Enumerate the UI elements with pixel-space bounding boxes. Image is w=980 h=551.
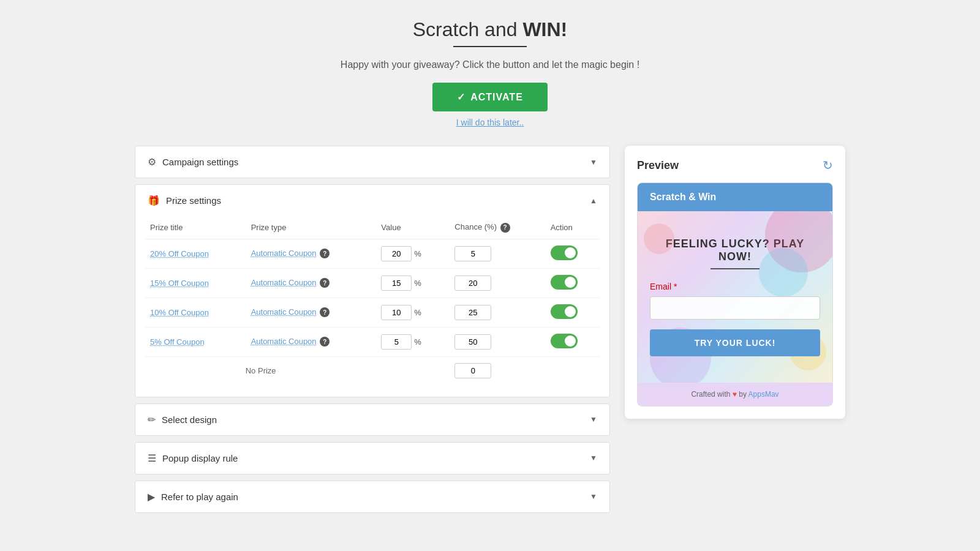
title-underline	[453, 46, 527, 47]
refer-to-play-icon: ▶	[148, 491, 155, 503]
prize-settings-chevron: ▲	[590, 197, 597, 205]
prize-title-link-3[interactable]: 10% Off Coupon	[150, 308, 209, 317]
prize-type-link-3[interactable]: Automatic Coupon	[251, 307, 317, 317]
brand-link[interactable]: AppsMav	[748, 390, 779, 399]
campaign-settings-label: Campaign settings	[162, 157, 238, 167]
campaign-settings-header[interactable]: ⚙ Campaign settings ▼	[135, 146, 609, 178]
scratch-card-title: Scratch & Win	[650, 192, 716, 202]
main-layout: ⚙ Campaign settings ▼ 🎁 Prize settings ▲	[135, 146, 845, 513]
campaign-settings-section: ⚙ Campaign settings ▼	[135, 146, 610, 178]
prize-value-4: %	[381, 334, 445, 350]
toggle-4[interactable]	[551, 334, 578, 348]
left-panel: ⚙ Campaign settings ▼ 🎁 Prize settings ▲	[135, 146, 610, 513]
try-luck-button[interactable]: TRY YOUR LUCK!	[650, 329, 820, 356]
popup-display-rule-label: Popup display rule	[162, 453, 238, 463]
popup-display-rule-header[interactable]: ☰ Popup display rule ▼	[135, 443, 609, 474]
prize-type-link-1[interactable]: Automatic Coupon	[251, 249, 317, 258]
select-design-label: Select design	[162, 414, 217, 425]
prize-value-3: %	[381, 305, 445, 320]
toggle-2[interactable]	[551, 275, 578, 290]
value-input-3[interactable]	[381, 305, 412, 320]
type-info-icon-1[interactable]: ?	[320, 249, 330, 258]
chance-input-4[interactable]	[454, 334, 491, 350]
checkmark-icon: ✓	[457, 91, 466, 103]
preview-title: Preview	[637, 159, 679, 172]
refer-to-play-label: Refer to play again	[161, 492, 238, 502]
prize-table: Prize title Prize type Value Chance (%) …	[145, 216, 600, 384]
later-link[interactable]: I will do this later..	[135, 118, 845, 127]
prize-settings-section: 🎁 Prize settings ▲ Prize title Prize typ…	[135, 184, 610, 397]
col-action: Action	[546, 216, 600, 239]
table-row: 20% Off Coupon Automatic Coupon ? %	[145, 239, 600, 268]
select-design-chevron: ▼	[590, 415, 597, 424]
no-prize-chance-input[interactable]	[454, 363, 491, 378]
preview-header: Preview ↻	[637, 158, 833, 173]
value-input-4[interactable]	[381, 334, 412, 350]
campaign-settings-chevron: ▼	[590, 158, 597, 167]
campaign-settings-icon: ⚙	[148, 156, 156, 168]
col-prize-title: Prize title	[145, 216, 246, 239]
page-subtitle: Happy with your giveaway? Click the butt…	[135, 59, 845, 70]
prize-table-wrapper: Prize title Prize type Value Chance (%) …	[135, 216, 609, 397]
preview-panel: Preview ↻ Scratch & Win FEELING	[625, 146, 845, 419]
col-chance: Chance (%) ?	[450, 216, 545, 239]
scratch-card-body: FEELING LUCKY? PLAY NOW! Email * TRY YOU…	[638, 211, 832, 383]
refer-to-play-section: ▶ Refer to play again ▼	[135, 481, 610, 513]
email-input[interactable]	[650, 296, 820, 320]
email-label: Email *	[650, 282, 820, 291]
table-row: 15% Off Coupon Automatic Coupon ? %	[145, 268, 600, 298]
no-prize-row: No Prize	[145, 356, 600, 384]
page-header: Scratch and WIN! Happy with your giveawa…	[135, 18, 845, 127]
select-design-icon: ✏	[148, 414, 156, 425]
chance-input-1[interactable]	[454, 246, 491, 261]
refer-to-play-header[interactable]: ▶ Refer to play again ▼	[135, 481, 609, 512]
select-design-header[interactable]: ✏ Select design ▼	[135, 404, 609, 435]
scratch-card-footer: Crafted with ♥ by AppsMav	[638, 383, 832, 406]
refer-to-play-chevron: ▼	[590, 492, 597, 501]
activate-button[interactable]: ✓ ACTIVATE	[432, 83, 548, 111]
chance-input-3[interactable]	[454, 305, 491, 320]
col-value: Value	[376, 216, 450, 239]
type-info-icon-3[interactable]: ?	[320, 307, 330, 317]
prize-type-link-2[interactable]: Automatic Coupon	[251, 278, 317, 287]
prize-title-link-2[interactable]: 15% Off Coupon	[150, 279, 209, 288]
scratch-card-header: Scratch & Win	[638, 183, 832, 211]
prize-title-link-1[interactable]: 20% Off Coupon	[150, 249, 209, 258]
popup-display-rule-icon: ☰	[148, 452, 156, 464]
value-input-2[interactable]	[381, 276, 412, 291]
col-prize-type: Prize type	[246, 216, 377, 239]
popup-display-rule-section: ☰ Popup display rule ▼	[135, 442, 610, 474]
chance-info-icon[interactable]: ?	[500, 223, 510, 233]
table-row: 10% Off Coupon Automatic Coupon ? %	[145, 298, 600, 327]
type-info-icon-4[interactable]: ?	[320, 337, 330, 347]
popup-display-rule-chevron: ▼	[590, 454, 597, 462]
no-prize-label: No Prize	[145, 356, 376, 384]
select-design-section: ✏ Select design ▼	[135, 403, 610, 436]
scratch-card-preview: Scratch & Win FEELING LUCKY? PLAY NOW!	[637, 182, 833, 407]
table-row: 5% Off Coupon Automatic Coupon ? %	[145, 327, 600, 356]
toggle-3[interactable]	[551, 304, 578, 319]
prize-value-2: %	[381, 276, 445, 291]
prize-title-link-4[interactable]: 5% Off Coupon	[150, 337, 205, 347]
prize-type-link-4[interactable]: Automatic Coupon	[251, 337, 317, 346]
prize-settings-icon: 🎁	[148, 195, 160, 206]
refresh-icon[interactable]: ↻	[823, 158, 833, 173]
type-info-icon-2[interactable]: ?	[320, 278, 330, 288]
page-wrapper: Scratch and WIN! Happy with your giveawa…	[123, 0, 858, 531]
toggle-1[interactable]	[551, 246, 578, 260]
card-heading: FEELING LUCKY? PLAY NOW!	[650, 238, 820, 263]
prize-settings-label: Prize settings	[166, 195, 221, 206]
chance-input-2[interactable]	[454, 276, 491, 291]
prize-settings-header[interactable]: 🎁 Prize settings ▲	[135, 185, 609, 216]
page-title: Scratch and WIN!	[135, 18, 845, 41]
card-divider	[710, 268, 760, 269]
prize-value-1: %	[381, 246, 445, 261]
value-input-1[interactable]	[381, 246, 412, 261]
heart-icon: ♥	[733, 390, 737, 399]
